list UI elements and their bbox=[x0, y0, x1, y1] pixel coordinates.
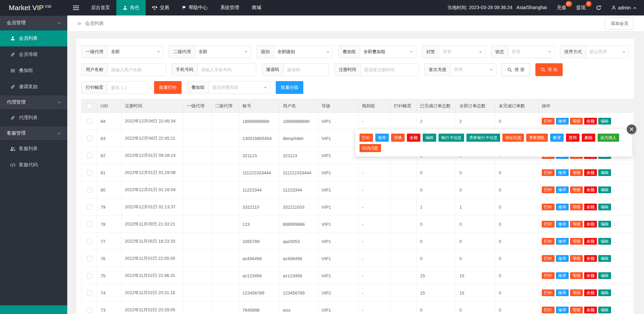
popup-inject-button[interactable]: 打针 bbox=[359, 134, 373, 142]
more-actions-button[interactable]: ... bbox=[612, 256, 617, 261]
sidebar-item-member-list[interactable]: 会员列表 bbox=[0, 30, 67, 46]
row-checkbox[interactable] bbox=[87, 273, 92, 278]
make-order-button[interactable]: 做单 bbox=[556, 238, 569, 245]
popup-disable-button[interactable]: 禁用 bbox=[566, 134, 579, 142]
add-member-button[interactable]: 添加会员 bbox=[605, 18, 634, 30]
edit-button[interactable]: 编辑 bbox=[598, 186, 611, 193]
sidebar-item-invite-reward[interactable]: 邀请奖励 bbox=[0, 79, 67, 95]
sidebar-item-stack-group[interactable]: 叠加组 bbox=[0, 63, 67, 79]
more-actions-button[interactable]: ... bbox=[612, 187, 617, 192]
more-actions-button[interactable]: ... bbox=[612, 221, 617, 226]
row-checkbox[interactable] bbox=[87, 239, 92, 244]
close-icon[interactable] bbox=[627, 125, 636, 134]
inject-button[interactable]: 打针 bbox=[542, 169, 555, 176]
level-button[interactable]: 等级 bbox=[570, 255, 583, 262]
register-time-field[interactable] bbox=[361, 64, 419, 76]
inject-button[interactable]: 打针 bbox=[542, 186, 555, 193]
sidebar-group-service-management[interactable]: 客服管理 bbox=[0, 126, 67, 141]
select-all-checkbox[interactable] bbox=[87, 103, 92, 109]
popup-account-change-button[interactable]: 账变 bbox=[550, 134, 564, 142]
more-actions-button[interactable]: ... bbox=[612, 118, 617, 124]
inject-button[interactable]: 打针 bbox=[542, 307, 555, 313]
level-button[interactable]: 等级 bbox=[570, 272, 583, 279]
nav-item-help-center[interactable]: 帮助中心 bbox=[176, 0, 214, 15]
popup-view-team-button[interactable]: 查看团队 bbox=[526, 134, 548, 142]
edit-button[interactable]: 编辑 bbox=[598, 204, 611, 210]
export-button[interactable]: 导 出 bbox=[535, 63, 563, 76]
username-field[interactable] bbox=[108, 64, 166, 76]
nav-item-system[interactable]: 系统管理 bbox=[214, 0, 245, 15]
popup-balance-button[interactable]: 余额 bbox=[407, 134, 420, 142]
level-button[interactable]: 等级 bbox=[570, 204, 583, 210]
sidebar-group-agent-management[interactable]: 代理管理 bbox=[0, 95, 67, 110]
edit-button[interactable]: 编辑 bbox=[598, 255, 611, 262]
row-checkbox[interactable] bbox=[87, 204, 92, 210]
more-actions-button[interactable]: ... bbox=[612, 307, 617, 312]
make-order-button[interactable]: 做单 bbox=[556, 272, 569, 279]
row-checkbox[interactable] bbox=[87, 221, 92, 227]
row-checkbox[interactable] bbox=[87, 187, 92, 193]
more-actions-button[interactable]: ... bbox=[612, 290, 617, 295]
nav-item-mall[interactable]: 商城 bbox=[245, 0, 268, 15]
recharge-link[interactable]: 充值 87 bbox=[557, 5, 566, 11]
filter-stack-group-bulk-select[interactable]: 叠加组请选择叠加组 bbox=[187, 81, 270, 94]
row-checkbox[interactable] bbox=[87, 290, 92, 295]
make-order-button[interactable]: 做单 bbox=[556, 289, 569, 296]
filter-ban-select[interactable]: 封禁所有 bbox=[422, 45, 485, 58]
filter-status-select[interactable]: 状态所有 bbox=[491, 45, 555, 58]
filter-level-select[interactable]: 级别全部级别 bbox=[257, 45, 333, 58]
make-order-button[interactable]: 做单 bbox=[556, 169, 569, 176]
nav-item-roles[interactable]: 角色 bbox=[116, 0, 146, 15]
more-actions-button[interactable]: ... bbox=[612, 239, 617, 244]
row-checkbox[interactable] bbox=[87, 307, 92, 313]
row-checkbox[interactable] bbox=[87, 256, 92, 261]
inject-range-field[interactable] bbox=[108, 81, 148, 94]
balance-button[interactable]: 余额 bbox=[584, 289, 597, 296]
row-checkbox[interactable] bbox=[87, 118, 92, 124]
make-order-button[interactable]: 做单 bbox=[556, 118, 569, 125]
more-actions-button[interactable]: ... bbox=[612, 273, 617, 278]
balance-button[interactable]: 余额 bbox=[584, 221, 597, 228]
filter-first-agent-select[interactable]: 一级代理全部 bbox=[81, 45, 163, 58]
edit-button[interactable]: 编辑 bbox=[598, 169, 611, 176]
phone-field[interactable] bbox=[198, 64, 256, 76]
nav-item-trade[interactable]: 交易 bbox=[146, 0, 176, 15]
filter-first-recharge-select[interactable]: 首次充值所有 bbox=[424, 63, 496, 76]
more-actions-button[interactable]: ... bbox=[612, 204, 617, 209]
popup-edit-button[interactable]: 编辑 bbox=[423, 134, 436, 142]
level-button[interactable]: 等级 bbox=[570, 186, 583, 193]
level-button[interactable]: 等级 bbox=[570, 307, 583, 313]
inject-button[interactable]: 打针 bbox=[542, 255, 555, 262]
filter-second-agent-select[interactable]: 二级代理全部 bbox=[169, 45, 251, 58]
sidebar-item-agent-list[interactable]: 代理列表 bbox=[0, 110, 67, 126]
level-button[interactable]: 等级 bbox=[570, 169, 583, 176]
more-actions-button[interactable]: ... bbox=[612, 170, 617, 175]
filter-stack-group-select[interactable]: 叠加组全部叠加组 bbox=[338, 45, 417, 58]
sidebar-item-service-code[interactable]: 客服代码 bbox=[0, 157, 67, 173]
inject-button[interactable]: 打针 bbox=[542, 221, 555, 228]
popup-make-order-button[interactable]: 做单 bbox=[375, 134, 389, 142]
edit-button[interactable]: 编辑 bbox=[598, 289, 611, 296]
edit-button[interactable]: 编辑 bbox=[598, 118, 611, 125]
edit-button[interactable]: 编辑 bbox=[598, 307, 611, 313]
edit-button[interactable]: 编辑 bbox=[598, 272, 611, 279]
balance-button[interactable]: 余额 bbox=[584, 186, 597, 193]
popup-view-bank-card-info-button[interactable]: 查看银行卡信息 bbox=[466, 134, 500, 142]
make-order-button[interactable]: 做单 bbox=[556, 186, 569, 193]
inject-button[interactable]: 打针 bbox=[542, 118, 555, 125]
popup-address-info-button[interactable]: 地址信息 bbox=[502, 134, 524, 142]
balance-button[interactable]: 余额 bbox=[584, 255, 597, 262]
balance-button[interactable]: 余额 bbox=[584, 272, 597, 279]
popup-site-message-button[interactable]: 站内消息 bbox=[359, 144, 381, 152]
level-button[interactable]: 等级 bbox=[570, 221, 583, 228]
balance-button[interactable]: 余额 bbox=[584, 307, 597, 313]
make-order-button[interactable]: 做单 bbox=[556, 221, 569, 228]
inject-button[interactable]: 打针 bbox=[542, 272, 555, 279]
sidebar-item-service-list[interactable]: 客服列表 bbox=[0, 141, 67, 157]
balance-button[interactable]: 余额 bbox=[584, 238, 597, 245]
level-button[interactable]: 等级 bbox=[570, 118, 583, 125]
nav-item-home[interactable]: 后台首页 bbox=[85, 0, 116, 15]
sidebar-group-member-management[interactable]: 会员管理 bbox=[0, 15, 67, 30]
level-button[interactable]: 等级 bbox=[570, 238, 583, 245]
hamburger-icon[interactable] bbox=[67, 0, 85, 15]
